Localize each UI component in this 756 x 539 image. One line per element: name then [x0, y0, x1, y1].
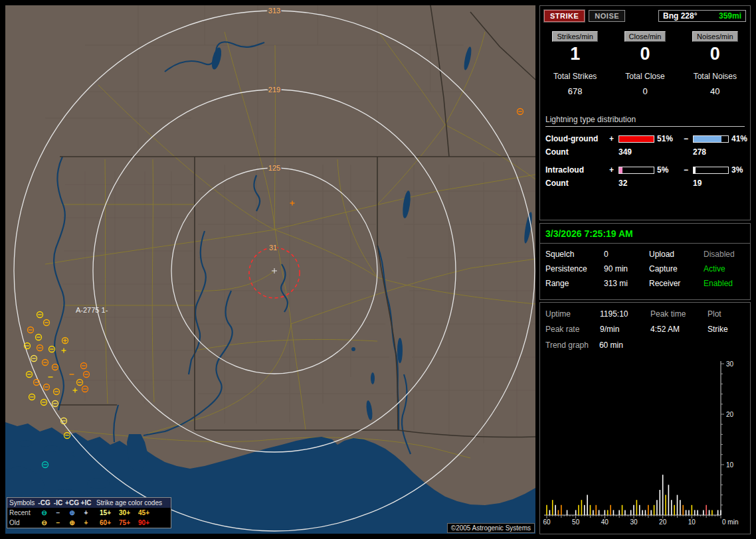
cloud-ground-label: Cloud-ground	[545, 134, 609, 143]
map-area: 31321912531A-2775 1- Symbols -CG -IC +CG…	[5, 5, 535, 534]
peak-rate-label: Peak rate	[545, 325, 600, 334]
capture-label: Capture	[649, 264, 704, 273]
pos-cg-recent-icon: ⊕	[65, 508, 79, 517]
svg-text:10: 10	[726, 461, 734, 469]
bearing-label: Bng 228°	[663, 11, 697, 21]
strikes-per-min-value: 1	[540, 44, 610, 64]
cg-count-label: Count	[545, 147, 618, 157]
plus-sign: +	[609, 165, 618, 175]
trend-graph-window: 60 min	[599, 341, 623, 350]
mode-toolbar: STRIKE NOISE Bng 228° 359mi	[540, 6, 750, 25]
ic-positive-pct: 5%	[657, 165, 684, 175]
cloud-ground-count-row: Count 349 278	[545, 147, 745, 157]
lightning-distribution: Lightning type distribution Cloud-ground…	[540, 115, 750, 188]
status-section: 3/3/2026 7:25:19 AM Squelch 0 Upload Dis…	[539, 223, 751, 300]
receiver-value: Enabled	[704, 279, 745, 288]
cg-positive-count: 349	[618, 147, 693, 157]
noises-per-min-badge[interactable]: Noises/min	[692, 31, 737, 42]
session-section: Uptime 1195:10 Peak time Plot Peak rate …	[539, 302, 751, 534]
legend-col-pos-ic: +IC	[79, 499, 93, 507]
age-30: 30+	[115, 508, 134, 517]
total-close-label: Total Close	[610, 72, 680, 81]
neg-ic-recent-icon: −	[51, 508, 65, 517]
pos-cg-old-icon: ⊕	[65, 518, 79, 527]
pos-ic-old-icon: +	[79, 518, 93, 527]
pos-ic-recent-icon: +	[79, 508, 93, 517]
legend-col-neg-ic: -IC	[51, 499, 65, 507]
svg-text:40: 40	[601, 518, 609, 526]
ic-count-label: Count	[545, 179, 618, 188]
total-noises-label: Total Noises	[680, 72, 750, 81]
close-ring-label: 31	[269, 244, 277, 252]
strikes-per-min-badge[interactable]: Strikes/min	[552, 31, 597, 42]
trend-graph-label: Trend graph	[545, 341, 589, 350]
peak-rate-value: 9/min	[600, 325, 650, 334]
svg-text:60: 60	[543, 518, 551, 526]
legend-age-title: Strike age color codes	[93, 499, 169, 507]
peak-time-label: Peak time	[650, 309, 708, 319]
neg-cg-recent-icon: ⊖	[37, 508, 51, 517]
range-ring-label: 219	[268, 86, 280, 94]
minus-sign: −	[684, 165, 693, 175]
squelch-label: Squelch	[545, 250, 604, 259]
svg-text:50: 50	[572, 518, 580, 526]
legend-recent-row: Recent ⊖ − ⊕ + 15+ 30+ 45+	[7, 508, 171, 518]
cg-positive-pct: 51%	[657, 134, 684, 143]
age-45: 45+	[134, 508, 153, 517]
cg-negative-bar	[693, 135, 729, 143]
intracloud-label: Intracloud	[545, 165, 609, 175]
uptime-value: 1195:10	[600, 309, 650, 319]
svg-text:20: 20	[726, 411, 734, 418]
datetime-display: 3/3/2026 7:25:19 AM	[540, 224, 750, 244]
receiver-label: Receiver	[649, 279, 704, 288]
age-90: 90+	[134, 518, 153, 527]
legend-symbols-title: Symbols	[9, 499, 37, 507]
legend-header: Symbols -CG -IC +CG +IC Strike age color…	[7, 498, 171, 508]
svg-text:30: 30	[630, 518, 638, 526]
neg-cg-old-icon: ⊖	[37, 518, 51, 527]
uptime-label: Uptime	[545, 309, 600, 319]
right-panel: STRIKE NOISE Bng 228° 359mi Strikes/min …	[539, 5, 751, 534]
app-root: { "header": { "strike_button": "STRIKE",…	[0, 0, 756, 539]
noise-button[interactable]: NOISE	[589, 10, 625, 22]
intracloud-row: Intracloud + 5% − 3%	[545, 165, 745, 175]
plot-label: Plot	[708, 309, 745, 319]
cg-negative-count: 278	[693, 147, 745, 157]
ic-negative-pct: 3%	[731, 165, 745, 175]
legend-col-pos-cg: +CG	[65, 499, 79, 507]
close-per-min-value: 0	[610, 44, 680, 64]
trend-graph-header: Trend graph 60 min	[540, 341, 750, 350]
range-value: 313 mi	[604, 279, 649, 288]
cg-negative-pct: 41%	[731, 134, 747, 143]
cg-positive-bar	[618, 135, 654, 143]
copyright-label: ©2005 Astrogenic Systems	[447, 523, 535, 533]
upload-label: Upload	[649, 250, 704, 259]
age-75: 75+	[115, 518, 134, 527]
intracloud-count-row: Count 32 19	[545, 179, 745, 188]
legend-old-label: Old	[9, 518, 37, 527]
age-15: 15+	[96, 508, 115, 517]
ic-positive-count: 32	[618, 179, 693, 188]
noises-counter: Noises/min 0 Total Noises 40	[680, 31, 750, 96]
svg-text:20: 20	[659, 518, 667, 526]
strikes-counter: Strikes/min 1 Total Strikes 678	[540, 31, 610, 96]
ic-positive-bar	[618, 167, 654, 174]
range-label: Range	[545, 279, 604, 288]
close-per-min-badge[interactable]: Close/min	[624, 31, 666, 42]
receiver-settings: Squelch 0 Upload Disabled Persistence 90…	[540, 244, 750, 294]
strike-button[interactable]: STRIKE	[544, 10, 585, 22]
persistence-label: Persistence	[545, 264, 604, 273]
station-label: A-2775 1-	[76, 306, 108, 314]
noises-per-min-value: 0	[680, 44, 750, 64]
legend-col-neg-cg: -CG	[37, 499, 51, 507]
svg-text:0 min: 0 min	[722, 518, 738, 526]
total-close-value: 0	[610, 86, 680, 96]
total-noises-value: 40	[680, 86, 750, 96]
total-strikes-label: Total Strikes	[540, 72, 610, 81]
range-ring-label: 313	[268, 7, 280, 15]
neg-ic-old-icon: −	[51, 518, 65, 527]
bearing-range: 359mi	[719, 11, 741, 21]
lightning-map[interactable]: 31321912531A-2775 1-	[5, 5, 535, 534]
capture-value: Active	[704, 264, 745, 273]
upload-value: Disabled	[704, 250, 745, 259]
